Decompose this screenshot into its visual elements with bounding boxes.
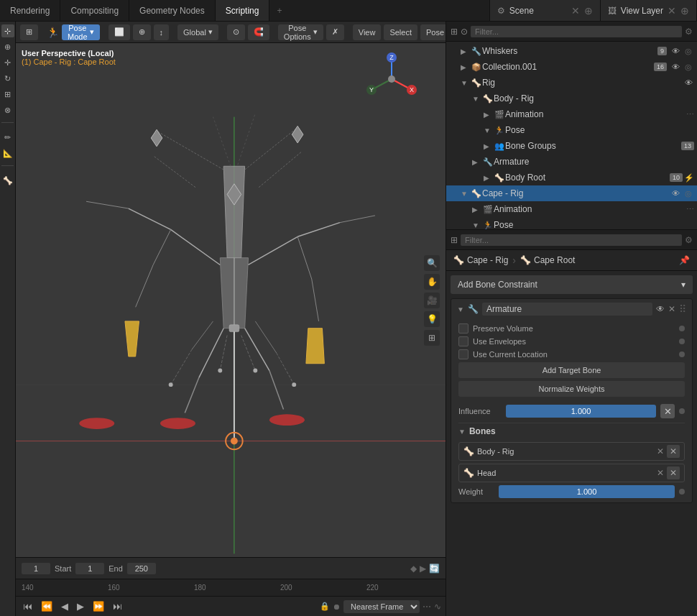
scale-tool-icon[interactable]: ⊞	[1, 88, 14, 101]
properties-search-input[interactable]	[461, 234, 682, 246]
select-box-btn[interactable]: ⬜	[109, 24, 130, 40]
current-frame-input[interactable]	[22, 563, 50, 574]
body-rig-icon: 🦴	[482, 94, 494, 104]
collection001-eye-btn[interactable]: 👁	[670, 61, 681, 73]
constraint-visibility-btn[interactable]: 👁	[656, 304, 665, 314]
add-bone-constraint-btn[interactable]: Add Bone Constraint ▾	[451, 275, 693, 294]
tree-item-animation1[interactable]: ▶ 🎬 Animation ⋯	[446, 106, 697, 122]
editor-type-btn[interactable]: ⊞	[20, 24, 38, 40]
pose-options-btn[interactable]: Pose Options ▾	[278, 24, 323, 40]
props-settings-icon[interactable]: ⚙	[685, 235, 693, 245]
normalize-weights-btn[interactable]: Normalize Weights	[458, 381, 685, 397]
scene-add-icon[interactable]: ⊕	[584, 5, 593, 17]
outliner-settings-icon[interactable]: ⚙	[685, 27, 693, 37]
tree-item-rig[interactable]: ▼ 🦴 Rig 👁	[446, 75, 697, 91]
cape-rig-eye-btn[interactable]: 👁	[670, 188, 681, 199]
bones-section-header[interactable]: ▼ Bones	[458, 423, 685, 439]
constraint-card-header[interactable]: ▼ 🔧 👁 ✕ ⠿	[451, 299, 692, 319]
move-btn[interactable]: ↕	[154, 24, 170, 40]
view-layer-add-icon[interactable]: ⊕	[680, 5, 689, 17]
tree-item-whiskers[interactable]: ▶ 🔧 Whiskers 9 👁 ◎	[446, 43, 697, 59]
use-current-location-checkbox[interactable]	[458, 349, 468, 359]
whiskers-eye-btn[interactable]: 👁	[670, 45, 681, 57]
play-btn[interactable]: ▶	[74, 599, 87, 613]
tree-item-bone-groups[interactable]: ▶ 👥 Bone Groups 13	[446, 138, 697, 154]
collection001-restrict-btn[interactable]: ◎	[683, 61, 694, 73]
pin-icon[interactable]: 📌	[679, 255, 690, 265]
scene-name-input[interactable]	[509, 6, 567, 16]
cursor-tool-icon[interactable]: ⊕	[1, 40, 14, 53]
add-bone-icon[interactable]: 🦴	[1, 174, 14, 187]
start-frame-input[interactable]	[75, 563, 104, 574]
rig-eye-btn[interactable]: 👁	[683, 77, 694, 88]
select-menu-btn[interactable]: Select	[384, 24, 417, 40]
mode-icon: 🏃	[47, 27, 59, 38]
tree-item-pose1[interactable]: ▼ 🏃 Pose	[446, 122, 697, 138]
tab-scripting[interactable]: Scripting	[216, 0, 270, 21]
constraint-name-input[interactable]	[482, 303, 652, 316]
cape-rig-restrict-btn[interactable]: ◎	[683, 188, 694, 199]
weight-input[interactable]	[499, 485, 675, 498]
bones-section-title: Bones	[469, 426, 496, 436]
add-target-bone-btn[interactable]: Add Target Bone	[458, 362, 685, 378]
tree-item-body-rig[interactable]: ▼ 🦴 Body - Rig	[446, 91, 697, 106]
tree-item-animation2[interactable]: ▶ 🎬 Animation ⋯	[446, 201, 697, 217]
prop-bc-cape-rig[interactable]: 🦴 Cape - Rig	[453, 255, 508, 265]
viewport-canvas[interactable]: User Perspective (Local) (1) Cape - Rig …	[16, 43, 446, 557]
scene-close-icon[interactable]: ✕	[571, 5, 580, 17]
tree-item-collection001[interactable]: ▶ 📦 Collection.001 16 👁 ◎	[446, 59, 697, 75]
tab-geometry-nodes[interactable]: Geometry Nodes	[129, 0, 216, 21]
view-layer-selector[interactable]: 🖼 View Layer ✕ ⊕	[601, 0, 697, 21]
whiskers-restrict-btn[interactable]: ◎	[683, 45, 694, 57]
tab-rendering[interactable]: Rendering	[0, 0, 60, 21]
head-tag-remove-btn[interactable]: ✕	[657, 468, 664, 478]
frame-mode-dropdown[interactable]: Nearest Frame	[343, 600, 420, 613]
pose-apply-btn[interactable]: ✗	[326, 24, 344, 40]
keyframe-lock-icon: 🔒	[320, 602, 330, 611]
add-tab-button[interactable]: +	[269, 0, 289, 21]
whiskers-label: Whiskers	[482, 46, 656, 56]
influence-reset-btn[interactable]: ✕	[660, 404, 675, 418]
scene-selector[interactable]: ⚙ ✕ ⊕	[489, 0, 601, 21]
animation1-label: Animation	[505, 109, 683, 119]
jump-start-btn[interactable]: ⏮	[20, 599, 35, 613]
select-tool-icon[interactable]: ⊹	[1, 24, 14, 37]
body-rig-tag-close-btn[interactable]: ✕	[667, 445, 680, 458]
frame-ruler: 140 160 180 200 220 240	[16, 579, 446, 596]
select-label: Select	[389, 28, 412, 37]
proportional-btn[interactable]: ⊙	[227, 24, 245, 40]
outliner-search-input[interactable]	[471, 26, 682, 37]
tree-item-pose2[interactable]: ▼ 🏃 Pose	[446, 217, 697, 229]
annotate-icon[interactable]: ✏	[1, 131, 14, 144]
head-tag-close-btn[interactable]: ✕	[667, 466, 680, 479]
end-frame-input[interactable]	[127, 563, 156, 574]
snap-btn[interactable]: 🧲	[248, 24, 269, 40]
constraint-toggle[interactable]: ▼	[457, 305, 464, 313]
body-rig-tag-remove-btn[interactable]: ✕	[657, 446, 664, 456]
pose-mode-btn[interactable]: Pose Mode ▾	[62, 24, 100, 40]
step-back-btn[interactable]: ⏪	[38, 599, 55, 613]
step-fwd-btn[interactable]: ⏩	[90, 599, 107, 613]
tree-item-cape-rig[interactable]: ▼ 🦴 Cape - Rig 👁 ◎	[446, 185, 697, 201]
influence-field[interactable]: 1.000	[506, 405, 656, 418]
view-menu-btn[interactable]: View	[353, 24, 382, 40]
rotate-tool-icon[interactable]: ↻	[1, 72, 14, 85]
measure-icon[interactable]: 📐	[1, 147, 14, 160]
tab-compositing[interactable]: Compositing	[60, 0, 129, 21]
constraint-drag-handle[interactable]: ⠿	[679, 303, 686, 315]
svg-marker-17	[220, 258, 248, 328]
transform-tool-icon[interactable]: ⊗	[1, 104, 14, 116]
jump-end-btn[interactable]: ⏭	[110, 599, 125, 613]
view-layer-close-icon[interactable]: ✕	[668, 5, 676, 17]
use-envelopes-checkbox[interactable]	[458, 336, 468, 346]
tree-item-armature[interactable]: ▶ 🔧 Armature	[446, 154, 697, 170]
pose-menu-btn[interactable]: Pose	[420, 24, 446, 40]
move-tool-icon[interactable]: ✛	[1, 56, 14, 69]
global-transform-btn[interactable]: Global ▾	[177, 24, 218, 40]
tree-item-body-root[interactable]: ▶ 🦴 Body Root 10 ⚡	[446, 170, 697, 185]
preserve-volume-checkbox[interactable]	[458, 323, 468, 334]
prop-bc-cape-root[interactable]: 🦴 Cape Root	[520, 255, 575, 265]
cursor-btn[interactable]: ⊕	[133, 24, 151, 40]
constraint-remove-btn[interactable]: ✕	[668, 304, 675, 314]
play-reverse-btn[interactable]: ◀	[58, 599, 71, 613]
